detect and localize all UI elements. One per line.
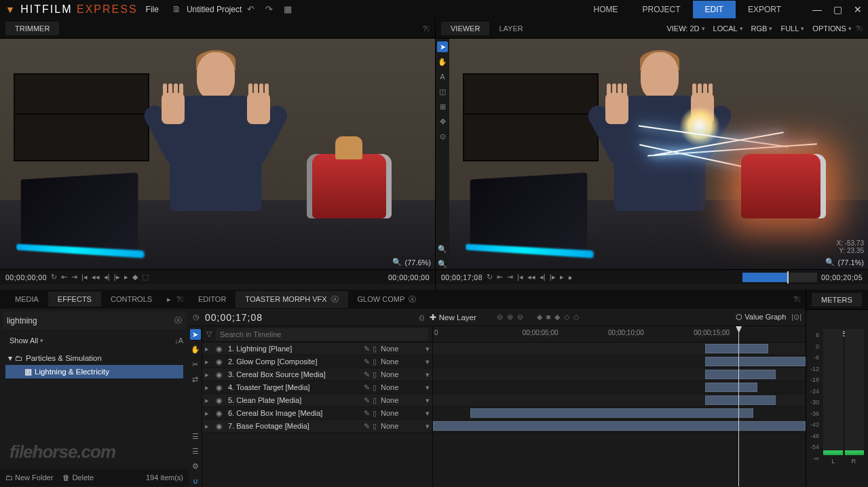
tab-comp1[interactable]: TOASTER MORPH VFXⓧ bbox=[235, 291, 347, 308]
effects-search[interactable]: ⓧ bbox=[3, 311, 186, 330]
maximize-icon[interactable]: ▢ bbox=[827, 0, 848, 18]
out-icon[interactable]: ⇥ bbox=[507, 273, 513, 281]
undo-icon[interactable]: ↶ bbox=[242, 4, 260, 14]
visibility-icon[interactable]: ◉ bbox=[216, 422, 224, 431]
chevron-down-icon[interactable]: ▾ bbox=[426, 409, 430, 418]
clear-search-icon[interactable]: ⓧ bbox=[174, 315, 182, 326]
visibility-icon[interactable]: ◉ bbox=[216, 345, 224, 353]
tree-folder[interactable]: ▾🗀Particles & Simulation bbox=[5, 351, 183, 365]
viewer-preview[interactable]: 2D X: -53.73Y: 23.35 � bbox=[449, 39, 868, 269]
delete-button[interactable]: 🗑 Delete bbox=[62, 473, 94, 482]
help-icon[interactable]: ?⃝ bbox=[423, 24, 430, 33]
clip[interactable] bbox=[705, 395, 776, 405]
view-mode-dropdown[interactable]: VIEW: 2D bbox=[662, 23, 709, 34]
expand-icon[interactable]: ▸ bbox=[205, 345, 212, 353]
fit-icon[interactable]: |⊙| bbox=[791, 313, 801, 322]
in-icon[interactable]: ⇤ bbox=[61, 273, 67, 281]
snapshot-icon[interactable]: ⬚ bbox=[142, 273, 149, 281]
rewind-icon[interactable]: ◂◂ bbox=[527, 273, 535, 281]
play-fwd-icon[interactable]: |▸ bbox=[550, 273, 556, 281]
chevron-down-icon[interactable]: ▾ bbox=[426, 422, 430, 431]
diamond-icon[interactable]: ◆ bbox=[554, 313, 560, 322]
layer-row[interactable]: ▸◉5. Clean Plate [Media]✎▯None▾ bbox=[202, 394, 432, 407]
layer-row[interactable]: ▸◉3. Cereal Box Source [Media]✎▯None▾ bbox=[202, 368, 432, 381]
zoom-in-icon[interactable]: 🔍 bbox=[437, 244, 448, 254]
clip[interactable] bbox=[705, 357, 806, 366]
prev-frame-icon[interactable]: |◂ bbox=[517, 273, 523, 281]
mask-tool-icon[interactable]: ◫ bbox=[437, 86, 448, 97]
zoom-out-icon[interactable]: 🔍 bbox=[437, 258, 448, 269]
rows2-icon[interactable]: ☰ bbox=[190, 446, 201, 456]
kf-prev-icon[interactable]: ⊖ bbox=[497, 313, 503, 322]
tab-effects[interactable]: EFFECTS bbox=[48, 292, 101, 307]
visibility-icon[interactable]: ◉ bbox=[216, 396, 224, 405]
nav-home[interactable]: HOME bbox=[582, 1, 630, 18]
lock-icon[interactable]: ▯ bbox=[373, 370, 377, 379]
expand-icon[interactable]: ▸ bbox=[205, 396, 212, 405]
forward-icon[interactable]: ▸ bbox=[124, 273, 128, 281]
close-tab-icon[interactable]: ⓧ bbox=[331, 294, 339, 305]
in-icon[interactable]: ⇤ bbox=[497, 273, 503, 281]
diamond-icon[interactable]: ◇ bbox=[564, 313, 569, 322]
menu-file[interactable]: File bbox=[138, 5, 167, 14]
pencil-icon[interactable]: ✎ bbox=[364, 383, 370, 392]
visibility-icon[interactable]: ◉ bbox=[216, 370, 224, 379]
tab-comp2[interactable]: GLOW COMPⓧ bbox=[348, 291, 426, 308]
blend-mode[interactable]: None bbox=[381, 357, 421, 366]
pencil-icon[interactable]: ✎ bbox=[364, 345, 370, 353]
text-tool-icon[interactable]: A bbox=[437, 71, 448, 82]
options-dropdown[interactable]: OPTIONS bbox=[808, 23, 856, 34]
loop-icon[interactable]: ↻ bbox=[51, 273, 57, 281]
close-tab-icon[interactable]: ⓧ bbox=[409, 294, 416, 305]
track-row[interactable] bbox=[433, 420, 806, 433]
expand-icon[interactable]: ▸ bbox=[205, 383, 212, 392]
tab-media[interactable]: MEDIA bbox=[5, 292, 48, 307]
chevron-down-icon[interactable]: ▾ bbox=[426, 357, 430, 366]
pencil-icon[interactable]: ✎ bbox=[364, 396, 370, 405]
layer-search-input[interactable] bbox=[216, 328, 428, 340]
layer-tab[interactable]: LAYER bbox=[489, 22, 532, 35]
pencil-icon[interactable]: ✎ bbox=[364, 357, 370, 366]
rows-icon[interactable]: ☰ bbox=[190, 431, 201, 442]
clip[interactable] bbox=[705, 370, 776, 379]
lock-icon[interactable]: ▯ bbox=[373, 345, 377, 353]
meters-tab[interactable]: METERS bbox=[812, 293, 862, 307]
nav-edit[interactable]: EDIT bbox=[693, 1, 736, 18]
mini-timeline[interactable] bbox=[742, 273, 817, 282]
slice-tool-icon[interactable]: ✂ bbox=[190, 359, 201, 370]
lock-icon[interactable]: ▯ bbox=[373, 396, 377, 405]
gear-icon[interactable]: ⚙ bbox=[190, 461, 201, 471]
square-icon[interactable]: ■ bbox=[546, 313, 551, 322]
snap-tool-icon[interactable]: ⊞ bbox=[437, 101, 448, 112]
nav-project[interactable]: PROJECT bbox=[630, 1, 693, 18]
lock-icon[interactable]: ▯ bbox=[373, 422, 377, 431]
new-layer-button[interactable]: ✚ New Layer bbox=[430, 313, 476, 322]
play-back-icon[interactable]: ◂| bbox=[540, 273, 546, 281]
clip[interactable] bbox=[705, 383, 757, 392]
visibility-icon[interactable]: ◉ bbox=[216, 357, 224, 366]
play-icon[interactable]: ▸ bbox=[560, 273, 564, 281]
timeline-ruler[interactable]: 0 00;00;05;00 00;00;10;00 00;00;15;00 bbox=[433, 326, 806, 343]
slip-tool-icon[interactable]: ⇄ bbox=[190, 374, 201, 385]
value-graph-toggle[interactable]: ⬡ Value Graph bbox=[736, 313, 786, 322]
export-frame-icon[interactable]: ⎙ bbox=[419, 313, 424, 322]
editor-timecode[interactable]: 00;00;17;08 bbox=[205, 312, 263, 323]
quality-dropdown[interactable]: FULL bbox=[776, 23, 808, 34]
blend-mode[interactable]: None bbox=[381, 422, 421, 430]
pencil-icon[interactable]: ✎ bbox=[364, 370, 370, 379]
expand-icon[interactable]: ▸ bbox=[205, 370, 212, 379]
help-icon[interactable]: ?⃝ bbox=[856, 24, 863, 33]
loop-icon[interactable]: ↻ bbox=[487, 273, 493, 281]
clip[interactable] bbox=[470, 408, 753, 418]
hand-tool-icon[interactable]: ✋ bbox=[437, 56, 448, 67]
new-folder-button[interactable]: 🗀 New Folder bbox=[5, 473, 53, 482]
minimize-icon[interactable]: — bbox=[807, 0, 827, 18]
lock-icon[interactable]: ▯ bbox=[373, 383, 377, 392]
play-icon[interactable]: |▸ bbox=[114, 273, 120, 281]
space-dropdown[interactable]: LOCAL bbox=[709, 23, 747, 34]
select-tool-icon[interactable]: ➤ bbox=[437, 41, 448, 52]
out-icon[interactable]: ⇥ bbox=[71, 273, 77, 281]
pencil-icon[interactable]: ✎ bbox=[364, 422, 370, 431]
sort-icon[interactable]: ↓A bbox=[174, 336, 183, 345]
playhead[interactable] bbox=[738, 326, 739, 486]
